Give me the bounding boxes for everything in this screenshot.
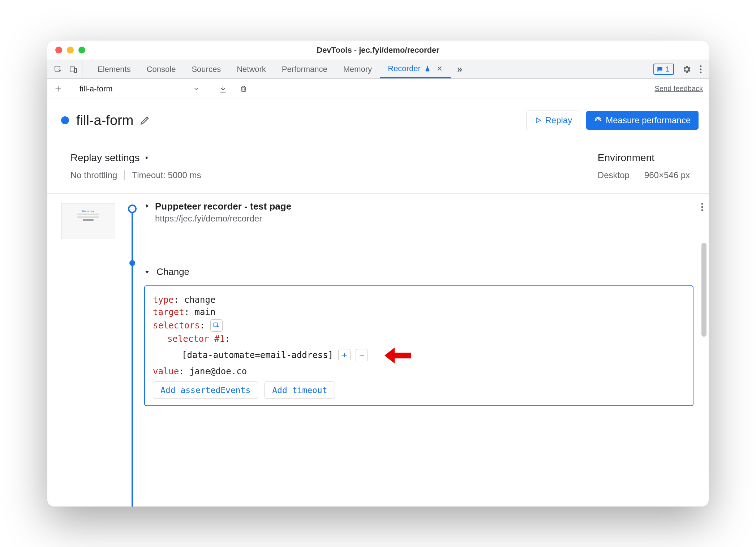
replay-button[interactable]: Replay bbox=[526, 111, 581, 130]
timeout-value: Timeout: 5000 ms bbox=[132, 170, 201, 180]
selectors-key: selectors bbox=[153, 320, 200, 331]
tab-elements[interactable]: Elements bbox=[90, 60, 139, 78]
step-nav-url: https://jec.fyi/demo/recorder bbox=[155, 214, 291, 224]
tab-recorder[interactable]: Recorder ✕ bbox=[380, 60, 450, 78]
caret-down-icon bbox=[144, 269, 150, 275]
send-feedback-link[interactable]: Send feedback bbox=[655, 85, 703, 93]
measure-performance-button[interactable]: Measure performance bbox=[586, 111, 699, 130]
timeline-start-node bbox=[128, 204, 137, 213]
viewport-value: 960×546 px bbox=[644, 170, 690, 180]
add-asserted-events-button[interactable]: Add assertedEvents bbox=[153, 382, 258, 399]
step-more-icon[interactable] bbox=[701, 202, 704, 212]
recording-status-dot bbox=[61, 116, 69, 124]
pick-selector-icon[interactable] bbox=[210, 319, 223, 332]
issues-badge[interactable]: 1 bbox=[653, 64, 674, 75]
edit-title-icon[interactable] bbox=[140, 115, 150, 125]
recorder-toolbar: fill-a-form Send feedback bbox=[47, 79, 709, 99]
replay-settings-heading[interactable]: Replay settings bbox=[70, 152, 598, 164]
issues-count: 1 bbox=[666, 65, 670, 73]
remove-selector-icon[interactable] bbox=[356, 349, 368, 361]
close-window-button[interactable] bbox=[55, 47, 62, 53]
recorder-header: fill-a-form Replay Measure performance bbox=[47, 99, 709, 141]
more-options-icon[interactable] bbox=[699, 65, 702, 74]
selector1-key: selector #1 bbox=[167, 334, 225, 344]
replay-button-label: Replay bbox=[545, 115, 572, 125]
step-navigate[interactable]: Puppeteer recorder - test page https://j… bbox=[144, 201, 693, 224]
new-recording-button[interactable] bbox=[51, 85, 65, 93]
window-title: DevTools - jec.fyi/demo/recorder bbox=[47, 46, 709, 55]
selector1-value[interactable]: [data-automate=email-address] bbox=[182, 350, 333, 360]
step-change-header[interactable]: Change bbox=[144, 266, 693, 277]
more-tabs-button[interactable]: » bbox=[451, 60, 469, 78]
type-key: type bbox=[153, 295, 174, 305]
type-value[interactable]: change bbox=[184, 295, 216, 305]
maximize-window-button[interactable] bbox=[78, 47, 85, 53]
settings-gear-icon[interactable] bbox=[682, 65, 691, 74]
timeline-step-node bbox=[129, 260, 135, 266]
settings-row: Replay settings No throttling Timeout: 5… bbox=[47, 141, 709, 194]
annotation-arrow-icon bbox=[384, 346, 409, 364]
step-nav-title: Puppeteer recorder - test page bbox=[155, 201, 291, 212]
step-details-box: type: change target: main selectors: sel… bbox=[144, 285, 693, 406]
add-selector-icon[interactable] bbox=[338, 349, 351, 361]
timeline-line bbox=[132, 210, 133, 507]
svg-point-8 bbox=[701, 209, 703, 211]
tab-network[interactable]: Network bbox=[229, 60, 274, 78]
step-thumbnail[interactable]: Sign up here bbox=[61, 203, 115, 239]
svg-point-6 bbox=[701, 203, 703, 205]
tab-performance[interactable]: Performance bbox=[274, 60, 335, 78]
throttling-value: No throttling bbox=[70, 170, 117, 180]
device-toolbar-icon[interactable] bbox=[69, 65, 78, 74]
device-value: Desktop bbox=[598, 170, 630, 180]
panel-tabs-row: Elements Console Sources Network Perform… bbox=[47, 60, 709, 79]
chevron-down-icon bbox=[193, 86, 199, 92]
value-value[interactable]: jane@doe.co bbox=[189, 366, 247, 376]
environment-heading: Environment bbox=[598, 152, 690, 164]
delete-icon[interactable] bbox=[237, 85, 250, 93]
devtools-window: DevTools - jec.fyi/demo/recorder Element… bbox=[47, 40, 709, 507]
experiment-icon bbox=[424, 65, 431, 72]
window-controls bbox=[47, 47, 85, 53]
minimize-window-button[interactable] bbox=[67, 47, 74, 53]
svg-point-5 bbox=[700, 72, 702, 73]
inspect-element-icon[interactable] bbox=[54, 65, 63, 74]
recording-title: fill-a-form bbox=[76, 113, 133, 128]
export-icon[interactable] bbox=[214, 85, 232, 93]
svg-point-3 bbox=[700, 65, 702, 67]
measure-performance-label: Measure performance bbox=[606, 115, 691, 125]
target-value[interactable]: main bbox=[195, 307, 216, 317]
scrollbar-thumb[interactable] bbox=[701, 243, 706, 337]
add-timeout-button[interactable]: Add timeout bbox=[265, 382, 335, 399]
tab-sources[interactable]: Sources bbox=[184, 60, 229, 78]
tab-console[interactable]: Console bbox=[139, 60, 184, 78]
svg-point-7 bbox=[701, 206, 703, 208]
caret-right-icon bbox=[144, 155, 150, 161]
tab-memory[interactable]: Memory bbox=[335, 60, 380, 78]
recording-selector[interactable]: fill-a-form bbox=[74, 84, 205, 94]
value-key: value bbox=[153, 366, 179, 376]
steps-area: Sign up here Puppeteer recorder bbox=[47, 194, 709, 507]
titlebar: DevTools - jec.fyi/demo/recorder bbox=[47, 40, 709, 60]
close-tab-icon[interactable]: ✕ bbox=[437, 64, 443, 73]
target-key: target bbox=[153, 307, 184, 317]
svg-point-4 bbox=[700, 68, 702, 70]
step-change-label: Change bbox=[156, 266, 189, 277]
recording-selector-value: fill-a-form bbox=[80, 84, 113, 94]
caret-right-icon bbox=[144, 201, 150, 209]
